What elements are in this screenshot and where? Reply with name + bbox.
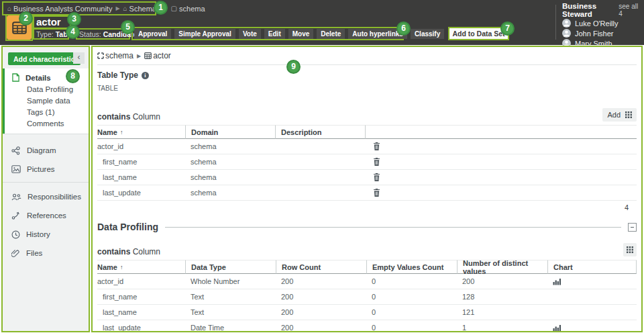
add-to-dataset-button[interactable]: Add to Data Set [449,28,508,39]
add-characteristic-button[interactable]: Add characteristic [8,52,80,65]
cell-distinct-count: 128 [457,289,547,305]
profiling-table: Name↑ Data Type Row Count Empty Values C… [97,260,637,332]
cell-domain[interactable]: schema [185,139,275,154]
sidebar-item-comments[interactable]: Comments [3,117,89,129]
cell-row-count: 200 [276,289,366,305]
trash-icon[interactable] [373,173,380,181]
approval-button[interactable]: Approval [134,29,171,39]
add-button-label: Add [607,111,621,119]
callout-badge-5: 5 [121,20,135,34]
cell-empty-count: 0 [366,305,457,320]
col-header-empty-values[interactable]: Empty Values Count [366,260,457,274]
asset-breadcrumb: schema ▶ actor [97,47,637,65]
cell-name[interactable]: first_name [97,289,185,305]
cell-domain[interactable]: schema [185,185,275,201]
cell-domain[interactable]: schema [185,154,275,170]
callout-badge-2: 2 [19,11,33,26]
bar-chart-icon[interactable] [553,324,561,332]
section-rule [165,227,621,228]
cell-distinct-count: 200 [457,274,547,289]
sidebar: Add characteristic ‹ Details Data Profil… [1,46,90,332]
grid-view-button[interactable] [623,243,637,256]
move-button[interactable]: Move [288,29,314,39]
cell-description [275,170,365,185]
table-type-value: TABLE [97,85,637,92]
contains-label: contains [97,247,130,256]
add-column-button[interactable]: Add [602,108,637,122]
col-header-chart[interactable]: Chart [547,260,637,274]
collapse-section-icon[interactable] [628,223,637,232]
row-count: 4 [97,203,637,211]
col-header-name[interactable]: Name↑ [97,125,185,139]
data-profiling-title: Data Profiling [97,222,158,232]
sidebar-item-label: Pictures [27,165,55,173]
col-header-data-type[interactable]: Data Type [185,260,276,274]
steward-role-label: Business Steward [562,2,619,18]
cell-domain[interactable]: schema [185,170,275,185]
sidebar-item-references[interactable]: References [3,209,89,222]
steward-user[interactable]: Luke O'Reilly [562,18,640,28]
cell-name[interactable]: last_update [97,320,185,332]
sidebar-collapse-button[interactable]: ‹ [73,52,85,64]
sidebar-item-label: Diagram [27,146,56,154]
sidebar-item-label: Files [26,249,42,257]
sidebar-item-history[interactable]: History [3,228,89,240]
people-icon [11,193,21,201]
col-header-row-count[interactable]: Row Count [276,260,366,274]
sidebar-item-diagram[interactable]: Diagram [3,144,89,156]
callout-badge-4: 4 [66,25,80,39]
trash-icon[interactable] [373,158,380,166]
sidebar-item-label: Data Profiling [27,85,73,93]
cell-empty-count: 0 [366,289,457,305]
delete-button[interactable]: Delete [317,29,345,39]
see-all-link[interactable]: see all 4 [619,3,640,17]
paperclip-icon [11,248,20,258]
sidebar-item-tags[interactable]: Tags (1) [3,106,89,117]
col-header-name[interactable]: Name↑ [97,260,185,274]
bar-chart-icon[interactable] [553,278,561,285]
cell-chart [547,320,637,332]
classify-button[interactable]: Classify [411,29,444,39]
breadcrumb-schema[interactable]: schema [179,5,205,13]
cell-name[interactable]: actor_id [97,139,185,154]
cell-name[interactable]: last_name [97,170,185,185]
columns-table: Name↑ Domain Description actor_id schema… [97,125,637,201]
trash-icon[interactable] [373,189,380,197]
edit-button[interactable]: Edit [264,29,285,39]
col-header-description[interactable]: Description [275,125,365,139]
sidebar-item-pictures[interactable]: Pictures [3,163,89,175]
cell-row-count: 200 [276,305,366,320]
callout-badge-7: 7 [500,21,515,36]
cell-description [275,139,365,154]
trash-icon[interactable] [373,142,380,150]
vote-button[interactable]: Vote [239,29,261,39]
cell-chart [547,289,637,305]
steward-user[interactable]: John Fisher [562,28,640,38]
cell-name[interactable]: first_name [97,154,185,170]
breadcrumb-actor: actor [153,51,171,60]
cell-name[interactable]: last_name [97,305,185,320]
col-header-distinct[interactable]: Number of distinct values [457,260,547,274]
sidebar-item-responsibilities[interactable]: Responsibilities [3,191,89,203]
sidebar-item-sample-data[interactable]: Sample data [3,95,89,106]
cell-data-type: Text [185,289,276,305]
type-label: Type: [36,30,54,38]
breadcrumb-separator-icon: ▶ [115,5,119,11]
contains-noun: Column [133,247,160,256]
cell-data-type: Date Time [185,320,276,332]
simple-approval-button[interactable]: Simple Approval [174,29,235,39]
pictures-icon [11,165,21,173]
breadcrumb-schema-link[interactable]: schema [105,51,133,60]
cell-chart [547,305,637,320]
cell-description [275,154,365,170]
info-icon[interactable]: i [142,72,149,79]
sidebar-item-label: Responsibilities [28,193,81,201]
cell-name[interactable]: actor_id [97,274,185,289]
col-header-domain[interactable]: Domain [185,125,275,139]
community-icon: ⌂ [123,5,127,12]
sidebar-item-files[interactable]: Files [3,247,89,259]
cell-distinct-count: 121 [457,305,547,320]
row-actions [365,154,637,170]
sidebar-item-data-profiling[interactable]: Data Profiling [3,83,89,95]
cell-name[interactable]: last_update [97,185,185,201]
